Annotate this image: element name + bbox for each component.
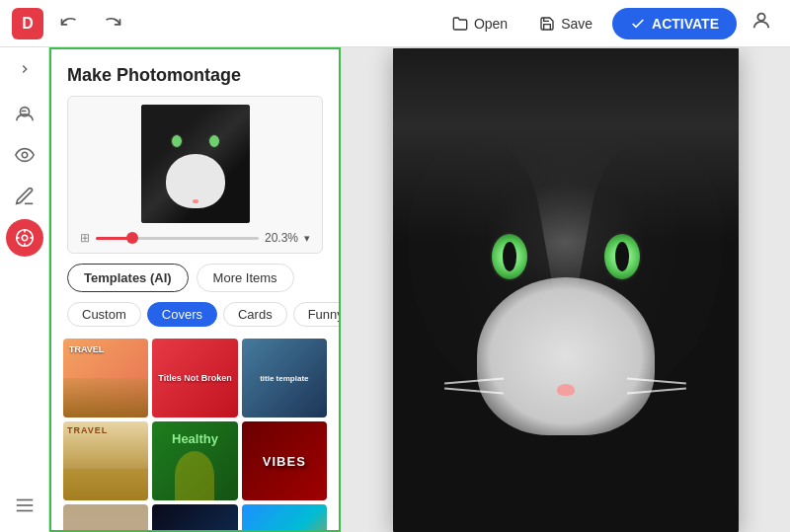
filter-row: Custom Covers Cards Funny: [51, 298, 339, 335]
tab-templates[interactable]: Templates (AI): [67, 264, 189, 292]
tabs-row: Templates (AI) More Items: [51, 254, 339, 298]
redo-button[interactable]: [95, 8, 130, 39]
zoom-dropdown-icon[interactable]: ▾: [304, 232, 310, 245]
zoom-slider-row: ⊞ 20.3% ▾: [76, 231, 314, 245]
icon-bar: [0, 47, 49, 532]
cat-thumbnail: [141, 105, 250, 223]
photomontage-icon[interactable]: [6, 219, 43, 257]
filter-funny[interactable]: Funny: [293, 302, 341, 327]
save-button[interactable]: Save: [527, 10, 604, 38]
zoom-icon: ⊞: [80, 231, 90, 245]
svg-point-0: [757, 14, 764, 21]
settings-icon[interactable]: [6, 487, 43, 524]
cat-white-area: [477, 277, 655, 435]
canvas-area: [341, 47, 790, 532]
activate-label: ACTIVATE: [652, 16, 719, 32]
main-area: Make Photomontage ⊞ 20.3% ▾ Templates (A…: [0, 47, 790, 532]
image-preview: ⊞ 20.3% ▾: [67, 96, 323, 254]
app-logo[interactable]: D: [12, 8, 43, 39]
cat-nose: [193, 199, 198, 203]
open-label: Open: [474, 16, 508, 32]
template-item[interactable]: VIBES: [242, 421, 327, 500]
filter-cards[interactable]: Cards: [223, 302, 287, 327]
cat-right-pupil: [615, 242, 629, 271]
draw-icon[interactable]: [6, 178, 43, 215]
template-item[interactable]: Fitness: [152, 504, 237, 530]
undo-button[interactable]: [51, 8, 87, 39]
template-item[interactable]: TRAVEL: [63, 421, 148, 500]
filter-covers[interactable]: Covers: [147, 302, 217, 327]
cat-left-pupil: [503, 242, 516, 271]
zoom-percent: 20.3%: [265, 231, 298, 245]
user-button[interactable]: [745, 4, 778, 42]
cat-nose-large: [557, 384, 575, 396]
canvas-image: [393, 48, 739, 532]
open-button[interactable]: Open: [440, 10, 519, 38]
tab-more-items[interactable]: More Items: [197, 264, 294, 292]
cat-image-large: [393, 48, 739, 532]
panel-title: Make Photomontage: [51, 49, 339, 96]
side-panel: Make Photomontage ⊞ 20.3% ▾ Templates (A…: [49, 47, 341, 532]
preview-image-display: [141, 105, 250, 223]
collapse-button[interactable]: [11, 55, 39, 83]
template-item[interactable]: Healthy: [152, 421, 237, 500]
face-retouch-icon[interactable]: [6, 95, 43, 132]
template-item[interactable]: California: [242, 504, 327, 530]
toolbar: D Open Save ACTIVATE: [0, 0, 790, 47]
template-item[interactable]: Titles Not Broken: [152, 339, 237, 418]
template-item[interactable]: TRAVEL: [63, 339, 148, 418]
svg-point-4: [22, 235, 28, 241]
template-item[interactable]: Out of city: [63, 504, 148, 530]
cat-eye-left: [171, 134, 183, 148]
zoom-slider[interactable]: [96, 237, 259, 240]
cat-fur-top: [393, 48, 739, 242]
template-item[interactable]: title template: [242, 339, 327, 418]
template-grid: TRAVEL Titles Not Broken title template …: [51, 335, 339, 530]
save-label: Save: [561, 16, 592, 32]
cat-eye-right: [208, 134, 220, 148]
effects-icon[interactable]: [6, 136, 43, 174]
filter-custom[interactable]: Custom: [67, 302, 141, 327]
svg-point-2: [22, 152, 28, 158]
activate-button[interactable]: ACTIVATE: [612, 8, 737, 39]
